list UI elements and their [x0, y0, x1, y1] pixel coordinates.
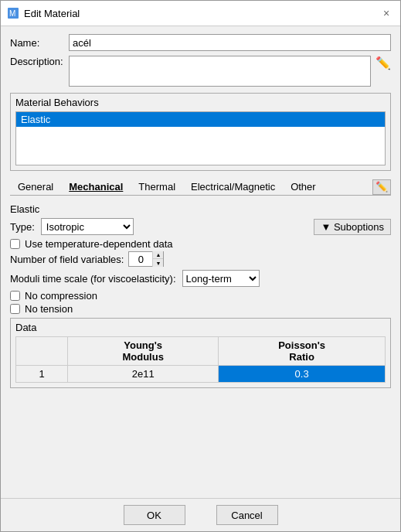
table-cell-poissons[interactable]: 0.3 [219, 366, 386, 383]
name-label: Name: [10, 37, 64, 49]
moduli-select[interactable]: Long-term Instantaneous [182, 270, 260, 287]
temp-dependent-row: Use temperature-dependent data [10, 238, 391, 250]
tabs-row: General Mechanical Thermal Electrical/Ma… [10, 179, 391, 196]
temp-dependent-checkbox[interactable] [10, 239, 20, 249]
behavior-item-elastic[interactable]: Elastic [16, 112, 385, 127]
description-input[interactable] [69, 56, 371, 87]
data-group: Data Young'sModulus Poisson'sRatio 1 2e1… [10, 318, 391, 388]
title-bar-left: M Edit Material [7, 7, 80, 19]
description-edit-icon[interactable]: ✏️ [376, 56, 391, 70]
edit-material-icon: M [7, 7, 19, 19]
tab-other[interactable]: Other [283, 179, 324, 195]
behaviors-list[interactable]: Elastic [15, 111, 386, 165]
tab-edit-button[interactable]: ✏️ [372, 179, 391, 195]
no-compression-checkbox[interactable] [10, 291, 20, 301]
elastic-section: Elastic Type: Isotropic Orthotropic Anis… [10, 200, 391, 388]
data-table: Young'sModulus Poisson'sRatio 1 2e11 0.3 [15, 336, 386, 383]
table-cell-youngs[interactable]: 2e11 [68, 366, 219, 383]
material-behaviors-label: Material Behaviors [15, 97, 386, 108]
table-row: 1 2e11 0.3 [16, 366, 386, 383]
field-vars-spin-down[interactable]: ▼ [153, 259, 163, 267]
type-label: Type: [10, 221, 35, 233]
table-header-poissons: Poisson'sRatio [219, 337, 386, 366]
title-bar: M Edit Material × [1, 1, 400, 26]
table-header-youngs: Young'sModulus [68, 337, 219, 366]
field-vars-row: Number of field variables: ▲ ▼ [10, 251, 391, 267]
description-label: Description: [10, 56, 64, 67]
type-row: Type: Isotropic Orthotropic Anisotropic … [10, 218, 391, 235]
field-vars-spinner: ▲ ▼ [152, 251, 163, 267]
table-header-row: Young'sModulus Poisson'sRatio [16, 337, 386, 366]
dialog-title: Edit Material [24, 8, 80, 19]
no-compression-row: No compression [10, 290, 391, 302]
temp-dependent-label: Use temperature-dependent data [25, 238, 173, 250]
data-group-label: Data [15, 322, 386, 333]
no-tension-checkbox[interactable] [10, 304, 20, 314]
no-tension-label: No tension [25, 303, 73, 315]
suboptions-button[interactable]: ▼ Suboptions [314, 219, 391, 235]
ok-button[interactable]: OK [124, 505, 185, 525]
material-behaviors-group: Material Behaviors Elastic [10, 93, 391, 171]
moduli-label: Moduli time scale (for viscoelasticity): [10, 273, 176, 285]
table-header-rownum [16, 337, 68, 366]
name-input[interactable] [69, 34, 391, 51]
moduli-row: Moduli time scale (for viscoelasticity):… [10, 270, 391, 287]
elastic-title: Elastic [10, 203, 391, 215]
name-row: Name: [10, 34, 391, 51]
edit-material-dialog: M Edit Material × Name: Description: ✏️ … [0, 0, 401, 532]
close-button[interactable]: × [379, 5, 394, 21]
field-vars-input-wrap: ▲ ▼ [128, 251, 164, 267]
table-cell-rownum: 1 [16, 366, 68, 383]
tab-electrical-magnetic[interactable]: Electrical/Magnetic [183, 179, 283, 195]
description-row: Description: ✏️ [10, 56, 391, 87]
footer: OK Cancel [1, 498, 400, 531]
tab-thermal[interactable]: Thermal [131, 179, 183, 195]
no-compression-label: No compression [25, 290, 97, 302]
field-vars-input[interactable] [129, 252, 152, 266]
svg-text:M: M [9, 9, 15, 18]
dialog-content: Name: Description: ✏️ Material Behaviors… [1, 26, 400, 498]
field-vars-spin-up[interactable]: ▲ [153, 251, 163, 259]
cancel-button[interactable]: Cancel [216, 505, 278, 525]
field-vars-label: Number of field variables: [10, 254, 124, 265]
tab-mechanical[interactable]: Mechanical [61, 179, 131, 195]
no-tension-row: No tension [10, 303, 391, 315]
tab-general[interactable]: General [10, 179, 61, 195]
type-select[interactable]: Isotropic Orthotropic Anisotropic [41, 218, 134, 235]
